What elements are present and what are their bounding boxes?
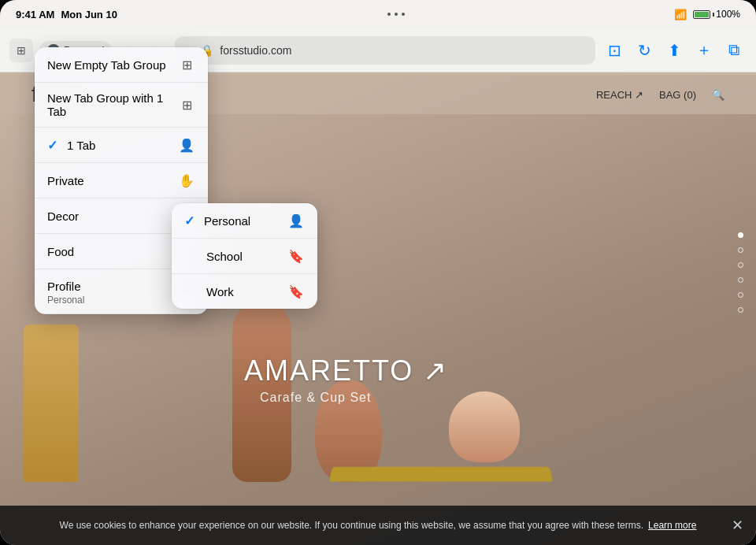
status-right: 📶 100% bbox=[674, 9, 740, 20]
new-empty-tab-group-item[interactable]: New Empty Tab Group ⊞ bbox=[35, 47, 208, 83]
private-label: Private bbox=[47, 174, 84, 187]
1tab-icon: 👤 bbox=[178, 136, 195, 154]
ipad-frame: førs REACH ↗ BAG (0) 🔍 AMARETTO ↗ Carafe… bbox=[0, 0, 756, 545]
profile-sub-dropdown: ✓ Personal 👤 School 🔖 Work 🔖 bbox=[172, 203, 317, 309]
decor-item-left: Decor bbox=[47, 209, 79, 223]
school-profile-item[interactable]: School 🔖 bbox=[172, 239, 317, 274]
status-date: Mon Jun 10 bbox=[61, 9, 117, 20]
status-center bbox=[387, 13, 405, 16]
reader-button[interactable]: ⊡ bbox=[602, 38, 627, 63]
private-item[interactable]: Private ✋ bbox=[35, 163, 208, 198]
personal-icon: 👤 bbox=[287, 212, 305, 229]
cookie-close-button[interactable]: ✕ bbox=[732, 517, 743, 534]
scroll-dot-5 bbox=[738, 292, 743, 298]
tabs-overview-button[interactable]: ⧉ bbox=[721, 38, 747, 63]
cookie-text: We use cookies to enhance your experienc… bbox=[60, 520, 644, 531]
status-dot-3 bbox=[402, 13, 405, 16]
cookie-learn-more[interactable]: Learn more bbox=[648, 520, 696, 531]
work-icon: 🔖 bbox=[287, 283, 305, 300]
1tab-item[interactable]: ✓ 1 Tab 👤 bbox=[35, 128, 208, 163]
website-nav: REACH ↗ BAG (0) 🔍 bbox=[596, 89, 724, 101]
1tab-label: 1 Tab bbox=[67, 139, 95, 152]
food-label: Food bbox=[47, 245, 74, 258]
new-empty-tab-group-label: New Empty Tab Group bbox=[47, 58, 166, 72]
scroll-dot-3 bbox=[738, 262, 743, 268]
nav-reach[interactable]: REACH ↗ bbox=[596, 89, 643, 101]
new-tab-group-1tab-label: New Tab Group with 1 Tab bbox=[47, 91, 179, 118]
status-dot-2 bbox=[395, 13, 398, 16]
school-icon: 🔖 bbox=[287, 247, 305, 265]
1tab-item-left: ✓ 1 Tab bbox=[47, 138, 95, 153]
status-left: 9:41 AM Mon Jun 10 bbox=[16, 9, 117, 20]
new-tab-group-1tab-icon: ⊞ bbox=[179, 96, 195, 113]
battery-indicator: 100% bbox=[693, 9, 740, 20]
scroll-dots bbox=[738, 232, 743, 313]
battery-tip bbox=[713, 13, 714, 17]
status-time: 9:41 AM bbox=[16, 9, 54, 20]
product-title: AMARETTO ↗ bbox=[244, 354, 448, 387]
product-cup bbox=[449, 391, 520, 462]
nav-search[interactable]: 🔍 bbox=[712, 89, 724, 101]
private-icon: ✋ bbox=[178, 172, 195, 189]
share-button[interactable]: ⬆ bbox=[662, 38, 687, 63]
status-dot-1 bbox=[387, 13, 391, 16]
personal-check: ✓ bbox=[184, 213, 195, 228]
scroll-dot-1 bbox=[738, 232, 743, 238]
new-tab-button[interactable]: ＋ bbox=[691, 38, 717, 63]
address-bar[interactable]: ⊡ 🔒 forsstudio.com bbox=[175, 36, 595, 65]
decor-label: Decor bbox=[47, 209, 79, 223]
private-item-left: Private bbox=[47, 174, 84, 187]
cookie-banner: We use cookies to enhance your experienc… bbox=[0, 506, 756, 545]
product-mat bbox=[329, 467, 554, 482]
battery-bar bbox=[693, 10, 710, 19]
1tab-check: ✓ bbox=[47, 138, 57, 153]
personal-label: Personal bbox=[204, 214, 250, 228]
school-profile-left: School bbox=[184, 250, 243, 263]
refresh-button[interactable]: ↻ bbox=[632, 38, 657, 63]
work-profile-item[interactable]: Work 🔖 bbox=[172, 274, 317, 309]
battery-percent: 100% bbox=[716, 9, 740, 20]
product-bottle bbox=[24, 324, 79, 482]
profile-title: Profile bbox=[47, 280, 81, 293]
personal-profile-left: ✓ Personal bbox=[184, 213, 250, 228]
personal-profile-item[interactable]: ✓ Personal 👤 bbox=[172, 203, 317, 239]
url-text: forsstudio.com bbox=[220, 44, 291, 57]
food-item-left: Food bbox=[47, 245, 74, 258]
school-label: School bbox=[206, 250, 243, 263]
nav-bag[interactable]: BAG (0) bbox=[659, 89, 696, 101]
product-subtitle: Carafe & Cup Set bbox=[260, 391, 371, 405]
wifi-icon: 📶 bbox=[674, 9, 687, 20]
scroll-dot-2 bbox=[738, 247, 743, 253]
new-tab-group-1tab-item[interactable]: New Tab Group with 1 Tab ⊞ bbox=[35, 83, 208, 128]
toolbar-actions: ⊡ ↻ ⬆ ＋ ⧉ bbox=[602, 38, 747, 63]
tab-grid-button[interactable]: ⊞ bbox=[9, 39, 33, 62]
battery-fill bbox=[695, 12, 709, 17]
new-empty-tab-group-icon: ⊞ bbox=[178, 56, 195, 73]
status-bar: 9:41 AM Mon Jun 10 📶 100% bbox=[0, 0, 756, 28]
scroll-dot-6 bbox=[738, 307, 743, 313]
work-profile-left: Work bbox=[184, 285, 234, 298]
scroll-dot-4 bbox=[738, 277, 743, 283]
work-label: Work bbox=[206, 285, 234, 298]
